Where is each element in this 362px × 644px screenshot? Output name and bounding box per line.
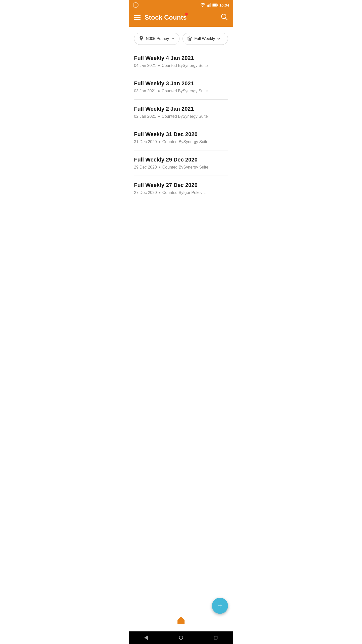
back-button[interactable] bbox=[143, 635, 149, 641]
home-nav-button[interactable] bbox=[178, 635, 184, 641]
stock-item-meta: 02 Jan 2021 Counted BySynergy Suite bbox=[134, 114, 228, 119]
stock-item-title: Full Weekly 29 Dec 2020 bbox=[134, 156, 228, 163]
svg-rect-4 bbox=[210, 3, 211, 7]
meta-dot bbox=[158, 116, 160, 117]
stock-item-counted-by: Counted BySynergy Suite bbox=[162, 140, 208, 144]
filter-bar: N005 Putney Full Weekly bbox=[129, 27, 233, 49]
svg-rect-6 bbox=[217, 4, 218, 6]
svg-rect-3 bbox=[209, 4, 210, 7]
stock-item-meta: 03 Jan 2021 Counted BySynergy Suite bbox=[134, 89, 228, 93]
stock-item-counted-by: Counted BySynergy Suite bbox=[162, 114, 208, 119]
stock-item-title: Full Weekly 3 Jan 2021 bbox=[134, 80, 228, 87]
time-display: 10:34 bbox=[219, 3, 229, 7]
home-button[interactable] bbox=[176, 615, 186, 626]
recents-icon bbox=[214, 636, 217, 639]
stock-item-title: Full Weekly 2 Jan 2021 bbox=[134, 106, 228, 112]
svg-rect-10 bbox=[179, 621, 183, 624]
status-bar-right: 10:34 bbox=[200, 3, 229, 7]
app-header: Stock Counts bbox=[129, 10, 233, 27]
status-bar: 10:34 bbox=[129, 0, 233, 10]
location-icon bbox=[139, 36, 144, 42]
page-title: Stock Counts bbox=[145, 14, 187, 21]
location-chevron-icon bbox=[171, 37, 175, 41]
stock-list: Full Weekly 4 Jan 2021 04 Jan 2021 Count… bbox=[129, 49, 233, 201]
wifi-icon bbox=[200, 3, 205, 7]
stock-item-counted-by: Counted BySynergy Suite bbox=[162, 165, 208, 170]
type-filter[interactable]: Full Weekly bbox=[183, 33, 228, 45]
stock-item[interactable]: Full Weekly 3 Jan 2021 03 Jan 2021 Count… bbox=[134, 74, 228, 100]
box-icon bbox=[187, 36, 192, 41]
home-nav-icon bbox=[179, 636, 183, 640]
carrier-icon bbox=[133, 2, 139, 8]
stock-item-counted-by: Counted ByIgor Pekovic bbox=[162, 190, 206, 195]
meta-dot bbox=[158, 90, 160, 92]
bottom-nav bbox=[129, 611, 233, 631]
stock-item[interactable]: Full Weekly 4 Jan 2021 04 Jan 2021 Count… bbox=[134, 49, 228, 74]
menu-button[interactable] bbox=[134, 15, 141, 20]
type-chevron-icon bbox=[217, 37, 220, 41]
stock-item-date: 29 Dec 2020 bbox=[134, 165, 157, 170]
header-left: Stock Counts bbox=[134, 14, 187, 21]
home-icon bbox=[176, 615, 186, 625]
stock-item-date: 04 Jan 2021 bbox=[134, 63, 156, 68]
stock-item-title: Full Weekly 31 Dec 2020 bbox=[134, 131, 228, 138]
stock-item[interactable]: Full Weekly 31 Dec 2020 31 Dec 2020 Coun… bbox=[134, 125, 228, 150]
add-button[interactable]: + bbox=[212, 598, 228, 614]
android-nav-bar bbox=[129, 631, 233, 644]
stock-item-counted-by: Counted BySynergy Suite bbox=[162, 89, 208, 93]
meta-dot bbox=[159, 167, 160, 168]
signal-icon bbox=[207, 3, 211, 7]
stock-item-date: 31 Dec 2020 bbox=[134, 140, 157, 144]
stock-item-date: 27 Dec 2020 bbox=[134, 190, 157, 195]
stock-item-title: Full Weekly 27 Dec 2020 bbox=[134, 182, 228, 188]
location-filter[interactable]: N005 Putney bbox=[134, 33, 179, 45]
search-button[interactable] bbox=[220, 13, 228, 22]
notification-dot bbox=[185, 13, 188, 16]
meta-dot bbox=[158, 65, 160, 66]
stock-item-date: 03 Jan 2021 bbox=[134, 89, 156, 93]
stock-item[interactable]: Full Weekly 29 Dec 2020 29 Dec 2020 Coun… bbox=[134, 150, 228, 176]
search-icon bbox=[220, 13, 228, 21]
stock-item-meta: 29 Dec 2020 Counted BySynergy Suite bbox=[134, 165, 228, 170]
svg-rect-7 bbox=[213, 4, 216, 6]
status-bar-left bbox=[133, 2, 139, 8]
meta-dot bbox=[159, 192, 160, 193]
stock-item-meta: 04 Jan 2021 Counted BySynergy Suite bbox=[134, 63, 228, 68]
svg-rect-2 bbox=[208, 5, 209, 7]
stock-item-meta: 27 Dec 2020 Counted ByIgor Pekovic bbox=[134, 190, 228, 195]
svg-point-0 bbox=[202, 6, 203, 7]
stock-item-counted-by: Counted BySynergy Suite bbox=[162, 63, 208, 68]
stock-item[interactable]: Full Weekly 2 Jan 2021 02 Jan 2021 Count… bbox=[134, 100, 228, 125]
add-icon: + bbox=[218, 602, 222, 610]
svg-rect-1 bbox=[207, 5, 208, 7]
stock-item-meta: 31 Dec 2020 Counted BySynergy Suite bbox=[134, 140, 228, 144]
stock-item-title: Full Weekly 4 Jan 2021 bbox=[134, 55, 228, 61]
meta-dot bbox=[159, 141, 160, 143]
stock-item-date: 02 Jan 2021 bbox=[134, 114, 156, 119]
svg-line-9 bbox=[225, 18, 228, 20]
type-filter-label: Full Weekly bbox=[194, 36, 215, 41]
back-icon bbox=[144, 635, 148, 640]
battery-icon bbox=[212, 4, 218, 7]
recents-button[interactable] bbox=[213, 635, 219, 641]
location-filter-label: N005 Putney bbox=[146, 36, 169, 41]
stock-item[interactable]: Full Weekly 27 Dec 2020 27 Dec 2020 Coun… bbox=[134, 176, 228, 201]
